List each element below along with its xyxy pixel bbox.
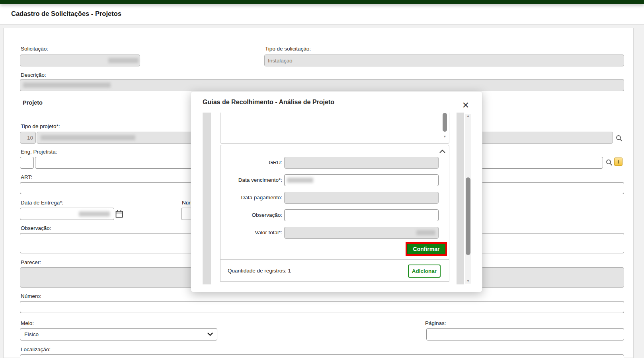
data-pagamento-input[interactable] [284, 192, 439, 204]
chevron-down-icon [207, 333, 213, 336]
data-vencimento-input[interactable] [284, 174, 439, 186]
data-entrega-calendar-icon[interactable] [115, 210, 123, 218]
descricao-input[interactable] [20, 79, 624, 91]
meio-select-value: Físico [24, 331, 39, 337]
valor-total-fieldwrap [284, 227, 439, 239]
descricao-fieldwrap [20, 79, 624, 91]
top-green-bar [0, 0, 644, 4]
page-title: Cadastro de Solicitações - Projetos [11, 10, 121, 18]
tipo-projeto-search-icon[interactable] [615, 134, 623, 142]
data-pagamento-label: Data pagamento: [221, 195, 282, 200]
paginas-label: Páginas: [425, 320, 446, 326]
modal-observacao-input[interactable] [284, 209, 439, 221]
eng-projetista-search-icon[interactable] [605, 159, 613, 166]
gru-label: GRU: [221, 160, 282, 165]
meio-label: Meio: [21, 320, 34, 326]
guia-form-panel: GRU: Data vencimento*: Data pagamento: O… [220, 145, 449, 260]
localizacao-input[interactable] [20, 354, 624, 358]
inner-scrollbar[interactable]: ▼ [442, 113, 448, 144]
data-vencimento-fieldwrap [284, 174, 439, 186]
scroll-up-icon[interactable]: ▲ [465, 114, 471, 119]
confirm-highlight-ring: Confirmar [406, 242, 447, 256]
modal-observacao-label: Observação: [221, 212, 282, 218]
confirmar-button[interactable]: Confirmar [407, 244, 445, 254]
guias-recolhimento-modal: Guias de Recolhimento - Análise de Proje… [191, 91, 482, 292]
numero-label: Número: [21, 293, 41, 299]
observacao-label: Observação: [21, 225, 51, 231]
valor-total-label: Valor total*: [221, 230, 282, 235]
parecer-label: Parecer: [21, 259, 41, 265]
numero-input[interactable] [20, 301, 624, 313]
data-entrega-input[interactable] [20, 208, 114, 220]
eng-projetista-info-icon[interactable]: i [614, 158, 623, 166]
eng-projetista-label: Eng. Projetista: [21, 149, 57, 155]
modal-footer: Quantidade de registros: 1 Adicionar [220, 259, 449, 282]
solicitacao-input[interactable] [20, 54, 140, 66]
close-icon[interactable]: ✕ [461, 100, 471, 111]
data-vencimento-label: Data vencimento*: [221, 177, 282, 183]
inner-scrollbar-thumb[interactable] [443, 113, 447, 132]
inner-scroll-down-icon[interactable]: ▼ [442, 134, 448, 139]
modal-left-gutter [203, 113, 211, 284]
records-count: Quantidade de registros: 1 [228, 268, 291, 274]
modal-title: Guias de Recolhimento - Análise de Proje… [203, 99, 334, 106]
eng-projetista-code-input[interactable] [20, 157, 34, 169]
modal-right-gutter [457, 113, 464, 284]
tipo-solicitacao-input[interactable] [264, 54, 624, 66]
tipo-solicitacao-label: Tipo de solicitação: [265, 46, 311, 52]
meio-select[interactable]: Físico [20, 328, 217, 340]
adicionar-button[interactable]: Adicionar [408, 265, 441, 278]
paginas-input[interactable] [426, 328, 624, 340]
scroll-down-icon[interactable]: ▼ [465, 279, 471, 284]
gru-input[interactable] [284, 157, 439, 169]
tipo-projeto-code-input[interactable] [20, 132, 36, 144]
tipo-projeto-label: Tipo de projeto*: [21, 123, 60, 129]
data-entrega-fieldwrap [20, 208, 114, 220]
art-label: ART: [21, 174, 32, 180]
app-header: Cadastro de Solicitações - Projetos [0, 4, 644, 25]
solicitacao-fieldwrap [20, 54, 140, 66]
descricao-label: Descrição: [21, 72, 46, 78]
screen: Cadastro de Solicitações - Projetos Soli… [0, 0, 644, 358]
previous-guia-panel: ▼ [220, 113, 449, 144]
modal-scrollbar-thumb[interactable] [466, 177, 470, 255]
data-entrega-label: Data de Entrega*: [21, 200, 63, 206]
valor-total-input[interactable] [284, 227, 439, 239]
solicitacao-label: Solicitação: [21, 46, 48, 52]
chevron-up-icon[interactable] [439, 148, 445, 155]
projeto-section-title: Projeto [23, 99, 43, 106]
localizacao-label: Localização: [21, 346, 51, 352]
modal-scrollbar[interactable]: ▲ ▼ [465, 114, 471, 284]
